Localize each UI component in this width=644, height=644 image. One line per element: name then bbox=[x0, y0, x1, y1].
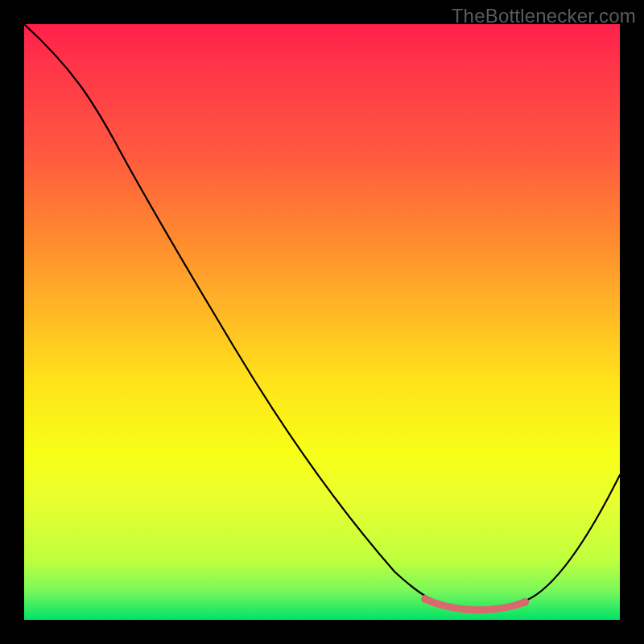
optimal-range-start-dot bbox=[421, 595, 429, 603]
optimal-range-end-dot bbox=[521, 598, 529, 606]
bottleneck-curve bbox=[24, 24, 620, 609]
chart-plot-area bbox=[24, 24, 620, 620]
optimal-range-highlight bbox=[425, 599, 525, 610]
curve-svg bbox=[24, 24, 620, 620]
watermark-text: TheBottlenecker.com bbox=[452, 5, 636, 27]
